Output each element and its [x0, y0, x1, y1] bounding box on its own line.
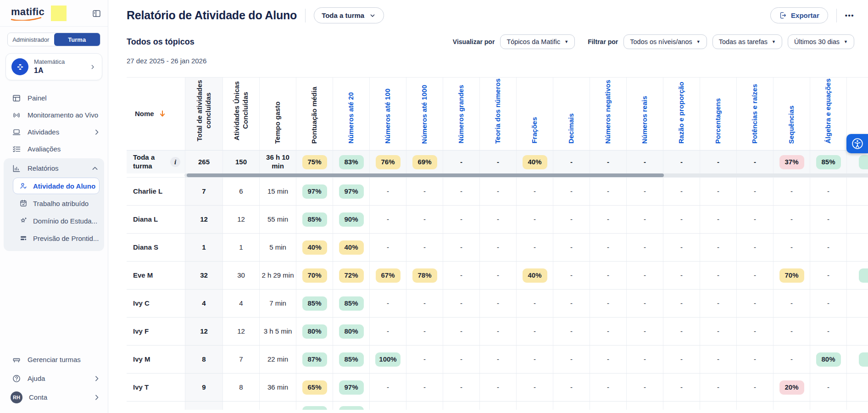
filter-pill-1[interactable]: Todas as tarefas▼	[712, 34, 782, 49]
score-cell: -	[590, 178, 627, 205]
column-header-topic[interactable]: Frações	[517, 78, 553, 150]
empty-score: -	[497, 299, 499, 308]
sidebar-item-trabalho-atribuido[interactable]: Trabalho atribuído	[13, 195, 100, 212]
column-header-topic[interactable]: Teoria dos números	[480, 78, 517, 150]
sidebar-item-avaliacoes[interactable]: Avaliações	[0, 140, 108, 157]
column-header-metric[interactable]: Pontuação média	[296, 78, 333, 150]
student-name-link[interactable]: Eve M	[133, 271, 153, 280]
column-header-nome[interactable]: Nome	[127, 78, 185, 150]
sidebar-item-ajuda[interactable]: Ajuda	[0, 369, 108, 388]
score-cell: -	[553, 318, 590, 345]
score-badge	[859, 352, 868, 367]
info-icon[interactable]: i	[170, 157, 180, 167]
column-header-topic[interactable]: Sequências	[773, 78, 810, 150]
score-cell: 69%	[406, 151, 443, 173]
empty-score: -	[827, 215, 829, 224]
filter-pill-2[interactable]: Últimos 30 dias▼	[788, 34, 854, 49]
score-cell: -	[480, 374, 517, 401]
class-selector-dropdown[interactable]: Toda a turma	[314, 7, 384, 23]
score-cell: 40%	[517, 151, 553, 173]
score-cell: 80%	[296, 318, 333, 345]
student-name-cell: Diana L	[127, 206, 185, 233]
scrollbar-thumb[interactable]	[187, 173, 664, 177]
column-header-topic[interactable]: Números até 1000	[406, 78, 443, 150]
empty-score: -	[754, 383, 756, 392]
score-badge: 70%	[779, 268, 804, 283]
column-header-topic[interactable]: Razão e proporção	[663, 78, 700, 150]
empty-score: -	[607, 158, 609, 167]
sidebar-item-previsao-de-prontidao[interactable]: Previsão de Prontid...	[13, 230, 100, 246]
column-header-topic[interactable]: Porcentagens	[700, 78, 737, 150]
student-name-cell: Eve M	[127, 262, 185, 289]
column-header-topic[interactable]: Números até 20	[333, 78, 370, 150]
column-header-metric[interactable]: Atividades Únicas Concluídas	[223, 78, 260, 150]
unique-activities-cell: 30	[223, 262, 260, 289]
score-badge	[859, 268, 868, 283]
sidebar-item-label: Domínio do Estuda...	[33, 217, 97, 225]
score-badge: 97%	[302, 184, 327, 199]
accessibility-button[interactable]	[846, 134, 868, 153]
student-name-link[interactable]: Ivy F	[133, 327, 149, 336]
score-cell: -	[406, 234, 443, 261]
score-cell: -	[590, 151, 627, 173]
empty-score: -	[827, 243, 829, 252]
score-cell: -	[443, 346, 480, 373]
column-header-metric[interactable]: Total de atividades concluídas	[185, 78, 223, 150]
score-cell: -	[663, 346, 700, 373]
score-cell: -	[700, 290, 737, 317]
column-header-topic[interactable]: Potências e raízes	[737, 78, 773, 150]
topic-header-label: Sequências	[787, 106, 796, 144]
column-header-topic[interactable]: Números até 100	[370, 78, 406, 150]
filter-by-label: Filtrar por	[588, 38, 618, 45]
sidebar-item-monitoramento-ao-vivo[interactable]: Monitoramento ao Vivo	[0, 106, 108, 123]
empty-score: -	[827, 187, 829, 196]
sidebar-divider	[0, 26, 108, 27]
sidebar-item-dominio-do-estudante[interactable]: Domínio do Estuda...	[13, 212, 100, 229]
student-name-link[interactable]: Ivy M	[133, 355, 150, 364]
sidebar-collapse-button[interactable]	[92, 9, 101, 18]
sidebar-item-gerenciar-turmas[interactable]: Gerenciar turmas	[0, 350, 108, 369]
student-name-link[interactable]: Diana L	[133, 215, 158, 224]
score-cell: -	[406, 318, 443, 345]
sidebar-item-relatorios[interactable]: Relatórios	[4, 160, 104, 177]
role-admin-button[interactable]: Administrador	[8, 33, 54, 46]
role-class-button[interactable]: Turma	[54, 33, 100, 46]
date-range: 27 dez 2025 - 26 jan 2026	[108, 49, 868, 65]
column-header-metric[interactable]: Tempo gasto	[260, 78, 296, 150]
filter-pill-0[interactable]: Todos os níveis/anos▼	[623, 34, 707, 49]
sidebar-item-atividades[interactable]: Atividades	[0, 123, 108, 140]
column-header-topic[interactable]: Álgebra e equações	[810, 78, 847, 150]
score-cell: 65%	[296, 374, 333, 401]
score-cell: 85%	[296, 206, 333, 233]
sidebar-item-atividade-do-aluno[interactable]: Atividade do Aluno	[13, 178, 100, 194]
score-cell: -	[480, 151, 517, 173]
empty-score: -	[607, 327, 609, 336]
total-activities-cell: 12	[185, 318, 223, 345]
empty-score: -	[754, 158, 756, 167]
column-header-topic[interactable]: Números negativos	[590, 78, 627, 150]
horizontal-scrollbar[interactable]	[127, 173, 868, 178]
sidebar-item-painel[interactable]: Painel	[0, 89, 108, 106]
column-header-topic[interactable]: Números grandes	[443, 78, 480, 150]
sidebar-item-conta[interactable]: RHConta	[0, 388, 108, 407]
topic-header-label: Números até 1000	[420, 85, 429, 144]
sidebar-item-label: Monitoramento ao Vivo	[28, 111, 98, 119]
student-name-link[interactable]: Charlie L	[133, 187, 162, 196]
score-cell: -	[627, 262, 663, 289]
column-header-topic[interactable]: Números reais	[627, 78, 663, 150]
visualize-dropdown[interactable]: Tópicos da Matific ▼	[500, 34, 575, 49]
filter-controls: Visualizar por Tópicos da Matific ▼ Filt…	[453, 34, 854, 49]
export-button[interactable]: Exportar	[770, 7, 828, 23]
class-card[interactable]: Matemática 1A	[6, 53, 102, 80]
sidebar-footer: Gerenciar turmasAjudaRHConta	[0, 350, 108, 407]
student-name-link[interactable]: Ivy T	[133, 383, 149, 392]
column-header-topic[interactable]: Decimais	[553, 78, 590, 150]
empty-score: -	[717, 299, 719, 308]
score-cell: -	[590, 234, 627, 261]
student-name-link[interactable]: Ivy C	[133, 299, 150, 308]
matific-logo[interactable]: matific	[11, 6, 45, 21]
more-options-button[interactable]: •••	[845, 11, 854, 19]
student-name-link[interactable]: Diana S	[133, 243, 158, 252]
score-cell	[443, 402, 480, 410]
partial-row	[127, 402, 868, 410]
